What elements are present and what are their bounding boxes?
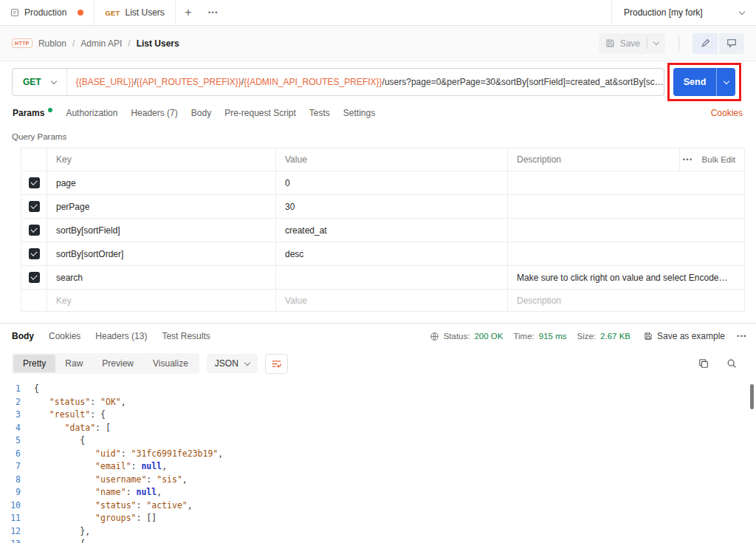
response-tools-right	[698, 358, 744, 369]
param-description-cell[interactable]	[507, 195, 744, 218]
format-dropdown[interactable]: JSON	[207, 354, 258, 373]
request-tab-tests[interactable]: Tests	[303, 101, 337, 125]
method-selector[interactable]: GET	[13, 69, 67, 95]
breadcrumb-request-name[interactable]: List Users	[137, 38, 179, 49]
comment-button[interactable]	[719, 33, 744, 54]
param-row: searchMake sure to click right on value …	[21, 265, 744, 289]
param-checkbox-cell	[21, 171, 47, 194]
line-number: 9	[0, 486, 28, 499]
save-as-example-button[interactable]: Save as example	[644, 331, 725, 341]
response-more-button[interactable]: •••	[737, 332, 747, 340]
param-checkbox[interactable]	[29, 177, 40, 188]
param-key-cell[interactable]: sortBy[sortField]	[47, 219, 275, 242]
send-options-button[interactable]	[716, 68, 735, 96]
response-header: BodyCookiesHeaders (13)Test Results Stat…	[0, 324, 756, 349]
line-number: 3	[0, 409, 28, 422]
response-tab-cookies[interactable]: Cookies	[49, 331, 80, 341]
tab-production[interactable]: Production	[0, 0, 94, 25]
url-variable: {{API_ROUTES_PREFIX}}	[137, 77, 241, 87]
chevron-down-icon	[739, 8, 745, 14]
scrollbar-thumb[interactable]	[750, 384, 754, 409]
save-button[interactable]: Save	[599, 33, 665, 54]
param-description-placeholder[interactable]: Description	[507, 290, 744, 311]
param-key-cell[interactable]: page	[47, 171, 275, 194]
method-label: GET	[23, 77, 41, 87]
param-key-placeholder[interactable]: Key	[47, 290, 275, 311]
search-button[interactable]	[726, 358, 737, 369]
wrap-lines-icon	[271, 359, 282, 369]
param-checkbox[interactable]	[29, 201, 40, 212]
code-token: :	[126, 487, 137, 497]
request-tab-settings[interactable]: Settings	[337, 101, 382, 125]
code-line: 7 "email": null,	[0, 460, 756, 474]
view-mode-visualize[interactable]: Visualize	[143, 355, 198, 372]
app-window: Production GET List Users + ••• Producti…	[0, 0, 756, 543]
query-params-rows: page0perPage30sortBy[sortField]created_a…	[21, 171, 744, 311]
more-tabs-button[interactable]: •••	[201, 0, 226, 25]
tab-list-users[interactable]: GET List Users	[94, 0, 175, 25]
response-tab-headers-13[interactable]: Headers (13)	[95, 331, 147, 341]
copy-button[interactable]	[698, 358, 709, 369]
request-tab-body[interactable]: Body	[185, 101, 218, 125]
response-body-viewer[interactable]: 1{2 "status": "OK",3 "result": {4 "data"…	[0, 378, 756, 543]
view-mode-pretty[interactable]: Pretty	[13, 355, 55, 372]
edit-button[interactable]	[693, 33, 718, 54]
code-line: 6 "uid": "31fc6991fe23b19",	[0, 448, 756, 461]
param-value-cell[interactable]: 30	[275, 195, 507, 218]
param-checkbox[interactable]	[29, 225, 40, 236]
param-key-cell[interactable]: perPage	[47, 195, 275, 218]
tab-label: Pre-request Script	[224, 108, 296, 118]
code-content: {	[28, 383, 39, 396]
param-key-cell[interactable]: search	[47, 266, 275, 289]
breadcrumb-workspace[interactable]: Rublon	[38, 38, 66, 49]
param-row: sortBy[sortOrder]desc	[21, 242, 744, 265]
wrap-lines-button[interactable]	[265, 354, 288, 374]
tab-label: Params	[13, 108, 44, 118]
view-mode-preview[interactable]: Preview	[92, 355, 143, 372]
code-token: "name"	[95, 487, 126, 497]
url-input[interactable]: {{BASE_URL}}/{{API_ROUTES_PREFIX}}/{{ADM…	[67, 77, 664, 87]
breadcrumb-separator: /	[128, 38, 130, 49]
param-value-cell[interactable]: 0	[275, 171, 507, 194]
cookies-link[interactable]: Cookies	[711, 108, 750, 118]
param-value-cell[interactable]: created_at	[275, 219, 507, 242]
new-tab-button[interactable]: +	[176, 0, 201, 25]
param-key-cell[interactable]: sortBy[sortOrder]	[47, 242, 275, 265]
send-button[interactable]: Send	[673, 68, 716, 96]
code-token	[34, 435, 80, 445]
param-value-cell[interactable]	[275, 266, 507, 289]
bulk-edit-button[interactable]: Bulk Edit	[702, 155, 735, 164]
param-description-cell[interactable]	[507, 219, 744, 242]
params-indicator-dot	[48, 108, 52, 112]
param-value-cell[interactable]: desc	[275, 242, 507, 265]
save-options-chevron[interactable]	[653, 39, 659, 45]
param-description-cell[interactable]: Make sure to click right on value and se…	[507, 266, 744, 289]
param-value-placeholder[interactable]: Value	[275, 290, 507, 311]
line-number: 4	[0, 422, 28, 435]
query-params-title: Query Params	[0, 125, 756, 148]
param-description-cell[interactable]	[507, 171, 744, 194]
request-tab-params[interactable]: Params	[6, 101, 59, 125]
code-token	[34, 487, 95, 497]
status-value: 200 OK	[474, 332, 503, 341]
code-token: :	[136, 500, 146, 510]
param-checkbox[interactable]	[29, 248, 40, 259]
params-more-button[interactable]: •••	[683, 156, 693, 163]
code-line: 10 "status": "active",	[0, 499, 756, 513]
request-tab-headers-7[interactable]: Headers (7)	[124, 101, 184, 125]
request-tab-pre-request-script[interactable]: Pre-request Script	[218, 101, 303, 125]
response-tab-test-results[interactable]: Test Results	[162, 331, 210, 341]
url-container: GET {{BASE_URL}}/{{API_ROUTES_PREFIX}}/{…	[12, 68, 664, 96]
size-label: Size:	[577, 332, 596, 341]
param-description-cell[interactable]	[507, 242, 744, 265]
request-tab-authorization[interactable]: Authorization	[59, 101, 124, 125]
view-mode-raw[interactable]: Raw	[55, 355, 92, 372]
code-line: 11 "groups": []	[0, 512, 756, 525]
url-text: /users?page=0&perPage=30&sortBy[sortFiel…	[382, 77, 664, 87]
code-token: "status"	[49, 397, 90, 407]
environment-selector[interactable]: Production [my fork]	[611, 0, 756, 25]
environment-name: Production [my fork]	[624, 7, 703, 18]
breadcrumb-collection[interactable]: Admin API	[80, 38, 122, 49]
response-tab-body[interactable]: Body	[12, 331, 34, 341]
param-checkbox[interactable]	[29, 272, 40, 283]
